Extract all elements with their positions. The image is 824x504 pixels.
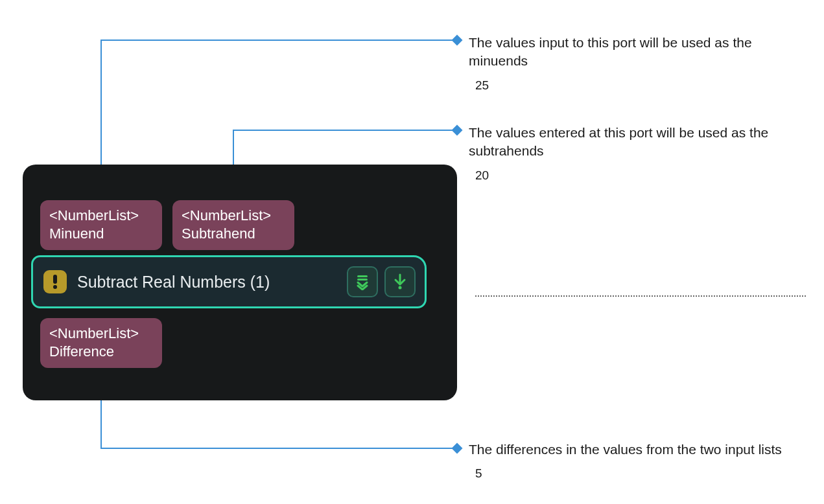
- annotation-text: The values input to this port will be us…: [469, 34, 799, 71]
- diamond-icon: [452, 35, 463, 46]
- port-type-label: <NumberList>: [49, 325, 153, 343]
- annotation-value: 5: [475, 465, 799, 482]
- svg-point-5: [399, 286, 402, 290]
- port-name-label: Minuend: [49, 225, 153, 243]
- run-down-button[interactable]: [384, 266, 416, 297]
- port-subtrahend[interactable]: <NumberList> Subtrahend: [172, 200, 294, 250]
- annotation-text: The differences in the values from the t…: [469, 441, 799, 459]
- node-title: Subtract Real Numbers (1): [77, 273, 347, 292]
- port-difference[interactable]: <NumberList> Difference: [40, 318, 162, 368]
- node-titlebar[interactable]: Subtract Real Numbers (1): [31, 255, 427, 308]
- annotation-minuend: The values input to this port will be us…: [469, 34, 799, 93]
- port-type-label: <NumberList>: [49, 207, 153, 225]
- exclamation-icon: [52, 274, 58, 290]
- port-minuend[interactable]: <NumberList> Minuend: [40, 200, 162, 250]
- warning-badge: [43, 270, 67, 293]
- diamond-icon: [452, 443, 463, 454]
- svg-point-1: [53, 285, 57, 289]
- svg-rect-2: [357, 275, 368, 277]
- node-actions: [347, 266, 416, 297]
- svg-rect-3: [357, 279, 368, 281]
- diagram-canvas: <NumberList> Minuend <NumberList> Subtra…: [0, 0, 824, 504]
- svg-rect-0: [53, 275, 57, 284]
- port-name-label: Difference: [49, 343, 153, 361]
- annotation-subtrahend: The values entered at this port will be …: [469, 124, 799, 183]
- diamond-icon: [452, 125, 463, 136]
- port-type-label: <NumberList>: [182, 207, 285, 225]
- arrow-down-dot-icon: [393, 273, 407, 290]
- annotation-difference: The differences in the values from the t…: [469, 441, 799, 482]
- expand-all-button[interactable]: [347, 266, 378, 297]
- annotation-value: 25: [475, 77, 799, 94]
- port-name-label: Subtrahend: [182, 225, 285, 243]
- annotation-value: 20: [475, 167, 799, 184]
- divider-line: [475, 295, 806, 297]
- double-chevron-down-icon: [354, 273, 371, 290]
- annotation-text: The values entered at this port will be …: [469, 124, 799, 161]
